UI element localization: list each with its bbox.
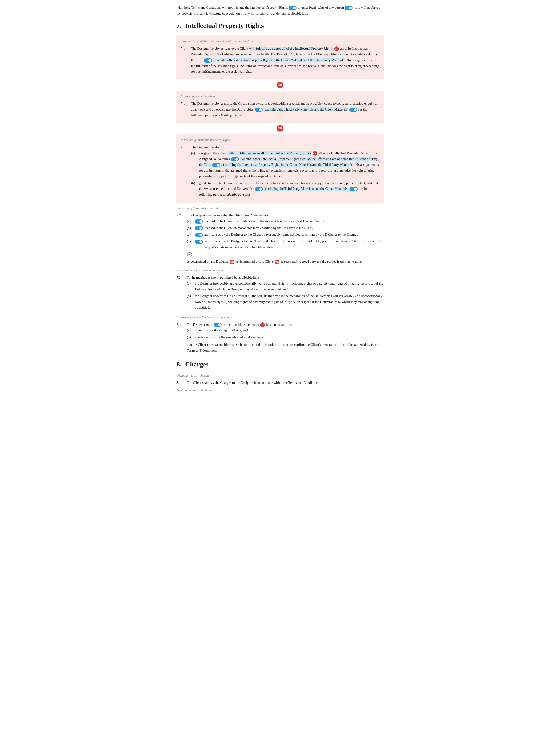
- sub-7-2-c-letter: (c): [187, 232, 192, 238]
- sub-clause-b-mixed: (b) grants to the Client a non-exclusive…: [191, 180, 379, 197]
- intro-text-middle: or other legal rights of any person: [298, 6, 344, 9]
- or-divider-badge-2: OR: [277, 125, 283, 132]
- section7-title: Intellectual Property Rights: [185, 20, 264, 31]
- sub-7-2-b-letter: (b): [187, 225, 192, 231]
- identify-purposes-2: identify purposes.: [227, 193, 251, 196]
- clause-7-4-section: Further assurance (intellectual property…: [176, 315, 384, 353]
- toggle-7-4[interactable]: [214, 323, 222, 327]
- toggle-7-1-b-2[interactable]: [349, 108, 358, 112]
- clause-7-3: 7.3 To the maximum extent permitted by a…: [176, 275, 384, 311]
- toggle-7-2-b[interactable]: [195, 226, 203, 230]
- toggle-mixed-a-2[interactable]: [212, 163, 220, 167]
- sub-clause-7-2-d: (d) sub-licensed by the Designer to the …: [187, 239, 384, 250]
- clause-8-1-section: Obligation to pay charges 8.1 The Client…: [176, 373, 384, 393]
- clause-7-1-assignment-num: 7.1: [181, 46, 188, 75]
- clause-7-3-label: Waiver of moral rights in deliverables: [176, 268, 384, 273]
- sub-7-2-b-content: licensed to the Client on reasonable ter…: [195, 225, 384, 231]
- clause-7-1-assignment: 7.1 The Designer hereby assigns to the C…: [181, 46, 379, 75]
- or-badge-mixed-a: OR: [313, 151, 317, 156]
- toggle-intro-1[interactable]: [289, 6, 297, 10]
- clause-7-3-section: Waiver of moral rights in deliverables 7…: [176, 268, 384, 311]
- clause-7-2-label: Licensing of third party materials: [176, 205, 384, 211]
- hl-full-title: with full title guarantee all of the Int…: [249, 46, 333, 50]
- clause-7-2-content: The Designer shall ensure that the Third…: [187, 212, 384, 264]
- toggle-mixed-a-1[interactable]: [231, 157, 239, 161]
- sub-7-2-a-letter: (a): [187, 218, 192, 224]
- sub-clause-7-3-b: (b) the Designer undertakes to ensure th…: [187, 293, 384, 310]
- section8-num: 8.: [176, 359, 181, 370]
- clause-7-4-label: Further assurance (intellectual property…: [176, 315, 384, 320]
- hl-excluding-1: , excluding the Intellectual Property Ri…: [213, 58, 344, 62]
- hl-full-title-mixed: with full title guarantee all of the Int…: [228, 151, 311, 155]
- hl-excluding-tpm: (excluding the Third Party Materials and…: [263, 108, 348, 111]
- sub-clause-7-2-b: (b) licensed to the Client on reasonable…: [187, 225, 384, 231]
- sub-7-2-a-content: licensed to the Client in accordance wit…: [195, 218, 384, 224]
- toggle-mixed-b-1[interactable]: [255, 187, 263, 191]
- hl-excluding-mixed-b: (excluding the Third Party Materials and…: [264, 187, 349, 190]
- clause-8-2-label: Time-base charges limitations: [176, 388, 384, 393]
- sub-letter-a-mixed: (a): [191, 150, 197, 179]
- clause-7-3-num: 7.3: [176, 275, 184, 311]
- sub-clause-7-2-a: (a) licensed to the Client in accordance…: [187, 218, 384, 224]
- clause-8-1-content: The Client shall pay the Charges to the …: [187, 380, 384, 386]
- toggle-mixed-b-2[interactable]: [349, 187, 358, 191]
- toggle-7-2-c[interactable]: [195, 233, 203, 237]
- sub-7-4-b-content: execute or procure the execution of all …: [195, 334, 384, 340]
- toggle-intro-2[interactable]: [345, 6, 353, 10]
- section7-heading: 7. Intellectual Property Rights: [176, 20, 384, 31]
- licence-label: Licence to use deliverables: [181, 94, 379, 99]
- mixed-label: Mixed assignment and licence of rights: [181, 137, 379, 143]
- add-option-button[interactable]: +: [187, 252, 192, 257]
- licence-block: Licence to use deliverables 7.1 The Desi…: [176, 91, 384, 123]
- or-badge-7-2-2: OR: [275, 260, 279, 264]
- clause-8-1-label: Obligation to pay charges: [176, 373, 384, 378]
- sub-clause-7-4-a: (a) do or procure the doing of all acts;…: [187, 327, 384, 333]
- clause-7-3-content: To the maximum extent permitted by appli…: [187, 275, 384, 311]
- assignment-block: Assignment of intellectual property righ…: [176, 35, 384, 79]
- section7-num: 7.: [176, 20, 181, 31]
- section8-title: Charges: [185, 359, 209, 370]
- sub-7-3-b-content: the Designer undertakes to ensure that a…: [195, 293, 384, 310]
- intro-text-start: with these Terms and Conditions will not…: [176, 6, 288, 9]
- toggle-7-2-a[interactable]: [195, 219, 203, 224]
- assignment-label: Assignment of intellectual property righ…: [181, 38, 379, 44]
- or-badge-7-2-1: OR: [230, 260, 234, 264]
- clause-7-2-num: 7.2: [176, 212, 184, 264]
- clause-7-1-mixed-num: 7.1: [181, 144, 188, 198]
- sub-clause-7-2-c: (c) sub-licensed by the Designer to the …: [187, 232, 384, 238]
- clause-7-4-content: The Designer must use reasonable endeavo…: [187, 322, 384, 353]
- or-badge-1: OR: [334, 46, 339, 51]
- clause-7-1-mixed: 7.1 The Designer hereby: (a) assigns to …: [181, 144, 379, 198]
- identify-purposes-1: identify purposes.: [219, 113, 243, 117]
- sub-clause-7-3-a: (a) the Designer irrevocably and uncondi…: [187, 281, 384, 292]
- sub-content-b-mixed: grants to the Client a non-exclusive, wo…: [199, 180, 379, 197]
- clause-7-2: 7.2 The Designer shall ensure that the T…: [176, 212, 384, 264]
- sub-clause-a-mixed: (a) assigns to the Client with full titl…: [191, 150, 379, 179]
- clause-7-2-footer: as determined by the Designer OR as dete…: [187, 259, 384, 265]
- sub-7-3-a-content: the Designer irrevocably and uncondition…: [195, 281, 384, 292]
- sub-7-4-a-content: do or procure the doing of all acts; and: [195, 327, 384, 333]
- sub-7-4-b-letter: (b): [187, 334, 192, 340]
- clause-7-2-section: Licensing of third party materials 7.2 T…: [176, 205, 384, 265]
- toggle-7-1-b-1[interactable]: [255, 108, 263, 112]
- sub-content-a-mixed: assigns to the Client with full title gu…: [199, 150, 379, 179]
- toggle-7-1-a-1[interactable]: [204, 58, 212, 62]
- section8-heading: 8. Charges: [176, 359, 384, 370]
- clause-7-1-licence-num: 7.1: [181, 101, 188, 118]
- or-divider-1: OR: [176, 82, 384, 88]
- or-badge-7-4: OR: [260, 322, 265, 327]
- sub-letter-b-mixed: (b): [191, 180, 197, 197]
- sub-7-2-d-content: sub-licensed by the Designer to the Clie…: [195, 239, 384, 250]
- sub-7-2-c-content: sub-licensed by the Designer to the Clie…: [195, 232, 384, 238]
- clause-7-4: 7.4 The Designer must use reasonable end…: [176, 322, 384, 353]
- clause-7-1-assignment-content: The Designer hereby assigns to the Clien…: [191, 46, 379, 75]
- clause-8-1: 8.1 The Client shall pay the Charges to …: [176, 380, 384, 386]
- sub-7-3-b-letter: (b): [187, 293, 192, 310]
- clause-7-1-mixed-content: The Designer hereby: (a) assigns to the …: [191, 144, 379, 198]
- toggle-7-2-d[interactable]: [195, 240, 203, 244]
- clause-7-4-num: 7.4: [176, 322, 184, 353]
- sub-clause-7-4-b: (b) execute or procure the execution of …: [187, 334, 384, 340]
- hl-strike-mixed-a-2: , excluding the Intellectual Property Ri…: [221, 163, 353, 166]
- intro-paragraph: with these Terms and Conditions will not…: [176, 5, 384, 16]
- clause-8-1-num: 8.1: [176, 380, 184, 386]
